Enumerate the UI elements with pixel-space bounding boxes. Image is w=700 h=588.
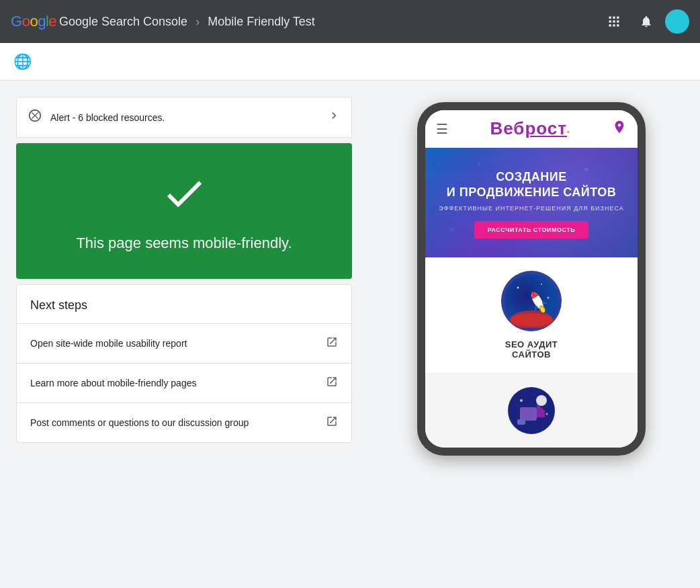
checkmark-icon xyxy=(161,170,208,224)
comments-label: Post comments or questions to our discus… xyxy=(30,417,249,428)
success-message: This page seems mobile-friendly. xyxy=(76,235,292,252)
globe-icon[interactable]: 🌐 xyxy=(13,53,32,71)
svg-rect-3 xyxy=(609,20,611,22)
next-steps-item-usability[interactable]: Open site-wide mobile usability report xyxy=(17,324,351,364)
alert-chevron xyxy=(327,109,341,126)
external-link-icon-comments xyxy=(326,415,338,430)
notifications-button[interactable] xyxy=(633,8,660,35)
app-header: Google Google Search Console › Mobile Fr… xyxy=(0,0,700,43)
svg-rect-1 xyxy=(613,17,615,19)
hero-button[interactable]: РАССЧИТАТЬ СТОИМОСТЬ xyxy=(474,221,588,239)
alert-text: Alert - 6 blocked resources. xyxy=(50,112,319,123)
svg-rect-4 xyxy=(613,20,615,22)
hero-title: СОЗДАНИЕ И ПРОДВИЖЕНИЕ САЙТОВ xyxy=(436,169,627,201)
svg-point-22 xyxy=(541,284,542,285)
svg-point-21 xyxy=(517,286,519,288)
google-wordmark: Google xyxy=(11,13,56,30)
svg-point-17 xyxy=(450,228,454,232)
learn-more-label: Learn more about mobile-friendly pages xyxy=(30,378,196,388)
hamburger-icon: ☰ xyxy=(436,121,448,137)
phone-mockup: ☰ Веброст• xyxy=(417,102,646,456)
apps-button[interactable] xyxy=(601,8,627,35)
svg-point-31 xyxy=(536,395,547,406)
breadcrumb-chevron: › xyxy=(195,15,200,29)
next-steps-card: Next steps Open site-wide mobile usabili… xyxy=(16,284,352,443)
next-steps-heading: Next steps xyxy=(17,285,351,324)
rocket-illustration xyxy=(501,271,562,331)
svg-rect-0 xyxy=(609,17,611,19)
hero-subtitle: ЭФФЕКТИВНЫЕ ИНТЕРНЕТ-РЕШЕНИЯ ДЛЯ БИЗНЕСА xyxy=(436,205,627,212)
svg-rect-7 xyxy=(613,24,615,26)
phone-nav: ☰ Веброст• xyxy=(425,110,638,148)
next-steps-item-comments[interactable]: Post comments or questions to our discus… xyxy=(17,403,351,442)
phone-logo: Веброст• xyxy=(490,118,570,139)
phone-preview: ☰ Веброст• xyxy=(379,97,684,456)
phone-screen: ☰ Веброст• xyxy=(425,110,638,448)
svg-rect-6 xyxy=(609,24,611,26)
header-logo: Google Google Search Console xyxy=(11,13,187,30)
success-box: This page seems mobile-friendly. xyxy=(16,143,352,279)
svg-point-35 xyxy=(520,399,523,402)
brand-name: Google Search Console xyxy=(59,15,187,29)
svg-rect-2 xyxy=(617,17,619,19)
sub-header: 🌐 xyxy=(0,43,700,81)
svg-rect-5 xyxy=(617,20,619,22)
user-avatar[interactable] xyxy=(665,9,689,34)
header-actions xyxy=(601,8,689,35)
external-link-icon-usability xyxy=(326,336,338,351)
phone-hero: СОЗДАНИЕ И ПРОДВИЖЕНИЕ САЙТОВ ЭФФЕКТИВНЫ… xyxy=(425,148,638,257)
phone-card-partial xyxy=(425,374,638,448)
page-title: Mobile Friendly Test xyxy=(208,15,315,29)
left-panel: Alert - 6 blocked resources. This page s… xyxy=(16,97,352,443)
svg-point-20 xyxy=(510,313,553,327)
external-link-icon-learn xyxy=(326,376,338,390)
phone-card-seo: SEO АУДИТ САЙТОВ xyxy=(425,257,638,374)
alert-bar[interactable]: Alert - 6 blocked resources. xyxy=(16,97,352,138)
card-seo-title: SEO АУДИТ САЙТОВ xyxy=(505,339,558,360)
svg-point-23 xyxy=(548,296,550,298)
next-steps-item-learn[interactable]: Learn more about mobile-friendly pages xyxy=(17,364,351,403)
alert-icon xyxy=(28,108,42,126)
svg-point-16 xyxy=(612,212,615,214)
usability-report-label: Open site-wide mobile usability report xyxy=(30,338,187,349)
svg-rect-8 xyxy=(617,24,619,26)
svg-rect-32 xyxy=(520,407,537,421)
svg-point-36 xyxy=(546,413,548,415)
main-content: Alert - 6 blocked resources. This page s… xyxy=(0,81,700,472)
svg-point-15 xyxy=(478,163,480,165)
phone-nav-icon xyxy=(612,120,627,138)
svg-rect-34 xyxy=(517,419,525,425)
